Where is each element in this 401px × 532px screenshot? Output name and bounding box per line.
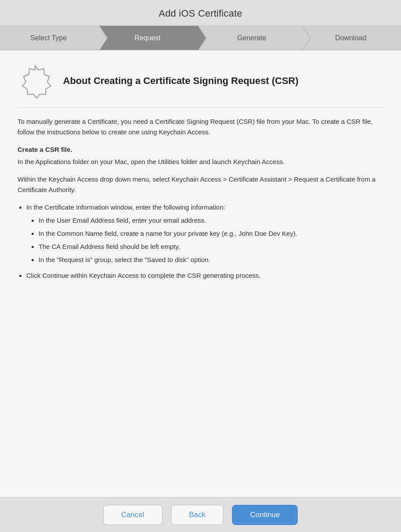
sub-bullet-1: In the User Email Address field, enter y… — [39, 215, 383, 226]
breadcrumb-nav: Select Type Request Generate Download — [0, 26, 401, 50]
main-bullet-item: In the Certificate Information window, e… — [26, 202, 383, 265]
sub-bullet-4: In the "Request is" group, select the "S… — [39, 255, 383, 265]
content-header: About Creating a Certificate Signing Req… — [18, 63, 383, 108]
footer: Cancel Back Continue — [0, 497, 401, 532]
sub-bullet-2: In the Common Name field, create a name … — [39, 228, 383, 239]
sub-bullet-list: In the User Email Address field, enter y… — [39, 215, 383, 265]
content-heading: About Creating a Certificate Signing Req… — [63, 75, 299, 87]
sub-bullet-3: The CA Email Address field should be lef… — [39, 242, 383, 252]
breadcrumb-step-generate[interactable]: Generate — [198, 26, 302, 50]
back-button[interactable]: Back — [171, 505, 224, 525]
cancel-button[interactable]: Cancel — [103, 505, 162, 525]
breadcrumb-step-download[interactable]: Download — [302, 26, 401, 50]
breadcrumb-step-select-type[interactable]: Select Type — [0, 26, 99, 50]
title-bar: Add iOS Certificate — [0, 0, 401, 26]
breadcrumb-step-request[interactable]: Request — [99, 26, 198, 50]
create-step1: In the Applications folder on your Mac, … — [18, 157, 383, 167]
create-step2: Within the Keychain Access drop down men… — [18, 174, 383, 195]
svg-marker-0 — [22, 65, 51, 98]
main-bullet-item-2: Click Continue within Keychain Access to… — [26, 270, 383, 281]
main-bullet-list: In the Certificate Information window, e… — [26, 202, 383, 281]
page-title: Add iOS Certificate — [0, 8, 401, 19]
intro-paragraph: To manually generate a Certificate, you … — [18, 116, 383, 137]
continue-button[interactable]: Continue — [232, 505, 298, 525]
certificate-icon — [18, 63, 53, 98]
create-heading: Create a CSR file. — [18, 144, 383, 155]
main-content: About Creating a Certificate Signing Req… — [0, 50, 401, 497]
content-body: To manually generate a Certificate, you … — [18, 116, 383, 281]
